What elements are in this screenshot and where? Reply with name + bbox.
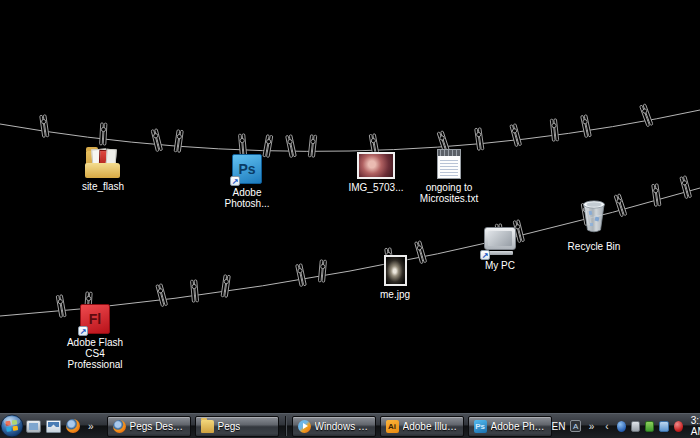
clothespin (680, 176, 692, 199)
folder-icon (201, 420, 214, 433)
shortcut-arrow-icon: ↗ (480, 250, 490, 260)
clothespin (318, 260, 326, 282)
text-file-icon (437, 149, 461, 179)
icon-label: IMG_5703... (348, 182, 403, 193)
icon-label: Adobe Flash CS4 Professional (67, 337, 123, 370)
icon-label: site_flash (82, 181, 124, 192)
clothespin (308, 135, 316, 158)
security-center-icon[interactable] (617, 421, 626, 432)
taskbar: » Pegs Desktop wallp... Pegs Windows Med… (0, 413, 700, 438)
clothespin (40, 115, 49, 138)
clothespin (239, 134, 247, 156)
taskbar-button-pegs-desktop-wallpaper[interactable]: Pegs Desktop wallp... (107, 416, 191, 437)
taskbar-button-pegs-folder[interactable]: Pegs (195, 416, 279, 437)
desktop[interactable]: site_flash Ps ↗ Adobe Photosh... IMG_570… (0, 0, 700, 413)
firefox-icon[interactable] (66, 419, 80, 433)
desktop-icon-recycle-bin[interactable]: Recycle Bin (560, 198, 628, 252)
clothespin (191, 280, 199, 302)
flash-glyph: Fl (89, 311, 101, 327)
clothespin (550, 119, 558, 142)
flash-icon: Fl ↗ (80, 304, 110, 334)
photo-thumbnail-icon (357, 152, 395, 179)
clothespin (510, 124, 522, 147)
desktop-icon-site-flash[interactable]: site_flash (69, 147, 137, 192)
photoshop-glyph: Ps (238, 161, 255, 177)
desktop-icon-adobe-photoshop[interactable]: Ps ↗ Adobe Photosh... (213, 154, 281, 209)
taskbar-button-adobe-photoshop[interactable]: Ps Adobe Photoshop C... (468, 416, 552, 437)
taskbar-button-windows-media-player[interactable]: Windows Media Pla... (292, 416, 376, 437)
clothespin (652, 184, 661, 207)
taskbar-button-label: Pegs (218, 421, 241, 432)
icon-label: Adobe Photosh... (224, 187, 269, 209)
tray-expand-arrow[interactable]: ‹ (602, 421, 611, 432)
desktop-icon-ongoing-microsites[interactable]: ongoing to Microsites.txt (415, 149, 483, 204)
firefox-icon (113, 420, 126, 433)
network-icon[interactable] (659, 421, 668, 432)
folder-icon (84, 147, 122, 178)
taskbar-button-label: Pegs Desktop wallp... (130, 421, 185, 432)
illustrator-icon: Ai (386, 420, 399, 433)
system-tray: EN A » ‹ 3:12 AM (552, 415, 700, 437)
photo-thumbnail-icon (384, 255, 407, 286)
icon-label: Recycle Bin (568, 241, 621, 252)
clothespin (640, 104, 653, 127)
clothespin (475, 128, 484, 151)
desktop-icon-my-pc[interactable]: ↗ My PC (466, 227, 534, 271)
shortcut-arrow-icon: ↗ (230, 176, 240, 186)
clock[interactable]: 3:12 AM (688, 415, 700, 437)
taskbar-separator (285, 416, 286, 436)
task-buttons: Pegs Desktop wallp... Pegs Windows Media… (107, 416, 552, 437)
clothespin (581, 115, 592, 138)
safely-remove-hardware-icon[interactable] (645, 421, 654, 432)
clothesline-upper (0, 110, 700, 151)
windows-media-player-icon (298, 420, 311, 433)
taskbar-button-label: Windows Media Pla... (315, 421, 370, 432)
alert-icon[interactable] (674, 421, 683, 432)
clothespin (156, 284, 168, 307)
computer-icon: ↗ (483, 227, 517, 257)
desktop-icon-adobe-flash-cs4[interactable]: Fl ↗ Adobe Flash CS4 Professional (61, 304, 129, 370)
keyboard-layout-icon[interactable]: A (570, 420, 580, 432)
tray-overflow-chevron[interactable]: » (586, 421, 598, 432)
language-indicator[interactable]: EN (552, 421, 566, 432)
clothespin (286, 135, 297, 158)
mail-icon[interactable] (46, 420, 61, 433)
desktop-icon-me-jpg[interactable]: me.jpg (361, 255, 429, 300)
recycle-bin-icon (580, 198, 608, 238)
icon-label: me.jpg (380, 289, 410, 300)
icon-label: ongoing to Microsites.txt (420, 182, 478, 204)
desktop-icon-img-5703[interactable]: IMG_5703... (342, 152, 410, 193)
clothespin (100, 123, 107, 145)
icon-label: My PC (485, 260, 515, 271)
display-settings-icon[interactable] (631, 421, 640, 432)
windows-orb-icon (0, 414, 24, 438)
taskbar-button-adobe-illustrator[interactable]: Ai Adobe Illustrator CS... (380, 416, 464, 437)
quick-launch-bar: » (24, 419, 101, 433)
clothespin (221, 275, 230, 298)
photoshop-icon: Ps ↗ (232, 154, 262, 184)
clothespin (296, 264, 307, 287)
clothespin (174, 130, 183, 153)
quick-launch-overflow-chevron[interactable]: » (85, 421, 97, 432)
start-button[interactable] (0, 414, 24, 438)
taskbar-button-label: Adobe Illustrator CS... (403, 421, 458, 432)
clothespin (151, 129, 162, 152)
shortcut-arrow-icon: ↗ (78, 326, 88, 336)
photoshop-icon: Ps (474, 420, 487, 433)
show-desktop-icon[interactable] (26, 420, 41, 433)
taskbar-button-label: Adobe Photoshop C... (491, 421, 546, 432)
